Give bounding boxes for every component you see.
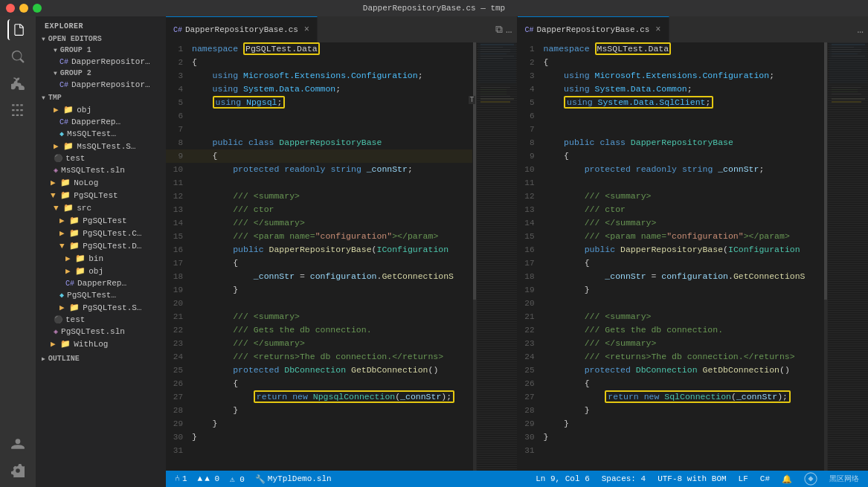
group2-label: GROUP 2 bbox=[60, 69, 91, 77]
test2-item[interactable]: ⚫ test bbox=[36, 314, 166, 326]
cs-icon2: C# bbox=[60, 81, 68, 89]
svg-rect-24 bbox=[832, 89, 858, 90]
g2-dapper-item[interactable]: C# DapperRepositor… bbox=[36, 79, 166, 91]
table-row: 26 { bbox=[166, 377, 472, 390]
close-button[interactable] bbox=[6, 4, 15, 13]
dapperrep2-label: DapperRep… bbox=[77, 279, 126, 288]
left-scrollbar-thumb[interactable] bbox=[473, 42, 476, 300]
right-scrollbar[interactable] bbox=[824, 42, 827, 471]
folder-icon-nolog: ▶ 📁 bbox=[51, 178, 71, 187]
encoding-status[interactable]: UTF-8 with BOM bbox=[655, 471, 729, 487]
table-row: 2 { bbox=[518, 56, 824, 69]
explorer-icon[interactable] bbox=[7, 19, 28, 40]
right-tab-close[interactable]: × bbox=[655, 25, 660, 35]
errors-status[interactable]: ▲ ▲ 0 bbox=[195, 471, 222, 487]
warnings-status[interactable]: ⚠ 0 bbox=[227, 471, 248, 487]
extensions-icon[interactable] bbox=[7, 100, 28, 120]
indentation[interactable]: Spaces: 4 bbox=[599, 471, 649, 487]
open-editors-label: OPEN EDITORS bbox=[48, 35, 102, 43]
settings-icon[interactable] bbox=[7, 460, 28, 481]
pgsqltestc-item[interactable]: ▶ 📁 PgSQLTest.C… bbox=[36, 227, 166, 239]
svg-rect-28 bbox=[832, 101, 861, 103]
folder-icon-pgsqltestc: ▶ 📁 bbox=[60, 228, 80, 238]
bottom-file[interactable]: 🔧 MyTplDemo.sln bbox=[252, 471, 335, 487]
group2-section[interactable]: ▼ GROUP 2 bbox=[36, 68, 166, 79]
table-row: 30 } bbox=[518, 430, 824, 444]
feedback-icon[interactable]: 🔔 bbox=[779, 471, 795, 487]
pgsqltestnuget-item[interactable]: ◆ PgSQLTest… bbox=[36, 289, 166, 301]
g2-dapper-label: DapperRepositor… bbox=[71, 80, 150, 89]
svg-rect-23 bbox=[832, 87, 861, 88]
dapperrep2-item[interactable]: C# DapperRep… bbox=[36, 277, 166, 289]
source-control-icon[interactable] bbox=[7, 73, 28, 94]
sidebar: EXPLORER ▼ OPEN EDITORS ▼ GROUP 1 C# Dap… bbox=[36, 16, 166, 487]
table-row: 22 /// Gets the db connection. bbox=[518, 323, 824, 337]
svg-rect-25 bbox=[832, 91, 858, 92]
nolog-item[interactable]: ▶ 📁 NoLog bbox=[36, 176, 166, 189]
bell-icon: 🔔 bbox=[782, 474, 792, 484]
folder-icon-withlog: ▶ 📁 bbox=[51, 339, 71, 349]
encoding-label: UTF-8 with BOM bbox=[658, 474, 726, 483]
more-actions-icon[interactable]: … bbox=[506, 24, 512, 36]
right-active-tab[interactable]: C# DapperRepositoryBase.cs × bbox=[518, 16, 669, 42]
bin-item[interactable]: ▶ 📁 bin bbox=[36, 252, 166, 265]
account-icon[interactable] bbox=[7, 433, 28, 454]
dapperrep-item[interactable]: C# DapperRep… bbox=[36, 116, 166, 128]
table-row: 16 public DapperRepositoryBase(IConfigur… bbox=[166, 243, 472, 257]
minimize-button[interactable] bbox=[19, 4, 28, 13]
pgsqltests-item[interactable]: ▶ 📁 PgSQLTest.S… bbox=[36, 301, 166, 314]
cursor-position[interactable]: Ln 9, Col 6 bbox=[533, 471, 593, 487]
g1-dapper-item[interactable]: C# DapperRepositor… bbox=[36, 56, 166, 68]
folder-icon-pgsqltests: ▶ 📁 bbox=[60, 303, 80, 312]
right-scrollbar-thumb[interactable] bbox=[824, 42, 827, 300]
obj-item[interactable]: ▶ 📁 obj bbox=[36, 103, 166, 116]
window-controls[interactable] bbox=[6, 4, 42, 13]
mssqlsln-item[interactable]: ◈ MsSQLTest.sln bbox=[36, 164, 166, 176]
maximize-button[interactable] bbox=[33, 4, 42, 13]
test-item[interactable]: ⚫ test bbox=[36, 152, 166, 164]
right-more-actions-icon[interactable]: … bbox=[858, 24, 864, 36]
table-row: 20 bbox=[518, 297, 824, 310]
src-item[interactable]: ▼ 📁 src bbox=[36, 201, 166, 214]
group1-label: GROUP 1 bbox=[60, 46, 91, 54]
left-minimap-content bbox=[477, 42, 517, 471]
table-row: 17 { bbox=[166, 257, 472, 270]
file-icon: 🔧 bbox=[255, 474, 266, 484]
language-label: C# bbox=[760, 474, 770, 483]
table-row: 4 using System.Data.Common; bbox=[166, 83, 472, 96]
obj2-item[interactable]: ▶ 📁 obj bbox=[36, 265, 166, 277]
split-editor-icon[interactable]: ⧉ bbox=[495, 24, 503, 36]
nuget-icon: ◆ bbox=[60, 129, 64, 138]
git-status[interactable]: ⑃ 1 bbox=[172, 471, 190, 487]
search-icon[interactable] bbox=[7, 46, 28, 67]
left-tab-close[interactable]: × bbox=[304, 25, 309, 35]
withlog-item[interactable]: ▶ 📁 WithLog bbox=[36, 338, 166, 350]
pgsqltestf-item[interactable]: ▶ 📁 PgSQLTest bbox=[36, 214, 166, 227]
svg-rect-12 bbox=[480, 94, 507, 94]
bin-label: bin bbox=[89, 254, 103, 263]
group1-section[interactable]: ▼ GROUP 1 bbox=[36, 45, 166, 56]
line-ending[interactable]: LF bbox=[736, 471, 751, 487]
table-row: 3 using Microsoft.Extensions.Configurati… bbox=[166, 69, 472, 83]
tmp-section[interactable]: ▼ TMP bbox=[36, 92, 166, 103]
open-editors-section[interactable]: ▼ OPEN EDITORS bbox=[36, 33, 166, 45]
table-row: 30 } bbox=[166, 430, 472, 444]
pgsqltest-item[interactable]: ▼ 📁 PgSQLTest bbox=[36, 189, 166, 201]
pgsqltestd-item[interactable]: ▼ 📁 PgSQLTest.D… bbox=[36, 239, 166, 252]
left-active-tab[interactable]: C# DapperRepositoryBase.cs × bbox=[166, 16, 318, 42]
outline-section[interactable]: ▶ OUTLINE bbox=[36, 353, 166, 364]
table-row: 7 bbox=[166, 123, 472, 136]
tmp-arrow: ▼ bbox=[42, 94, 45, 101]
left-scrollbar[interactable] bbox=[473, 42, 476, 471]
nolog-label: NoLog bbox=[74, 178, 98, 187]
table-row: 14 /// </summary> bbox=[166, 216, 472, 230]
right-code-editor: 1 namespace MsSQLTest.Data 2 { 3 using M… bbox=[518, 42, 869, 471]
explorer-header: EXPLORER bbox=[36, 16, 166, 33]
left-code-lines[interactable]: 1 namespace PgSQLTest.Data 2 { 3 using M… bbox=[166, 42, 517, 471]
pgsqlsln-item[interactable]: ◈ PgSQLTest.sln bbox=[36, 326, 166, 338]
mssqltests-item[interactable]: ▶ 📁 MsSQLTest.S… bbox=[36, 140, 166, 152]
pgsqltestf-label: PgSQLTest bbox=[83, 216, 126, 225]
language-mode[interactable]: C# bbox=[757, 471, 773, 487]
mssqltest-item[interactable]: ◆ MsSQLTest… bbox=[36, 128, 166, 140]
right-code-lines[interactable]: 1 namespace MsSQLTest.Data 2 { 3 using M… bbox=[518, 42, 869, 471]
